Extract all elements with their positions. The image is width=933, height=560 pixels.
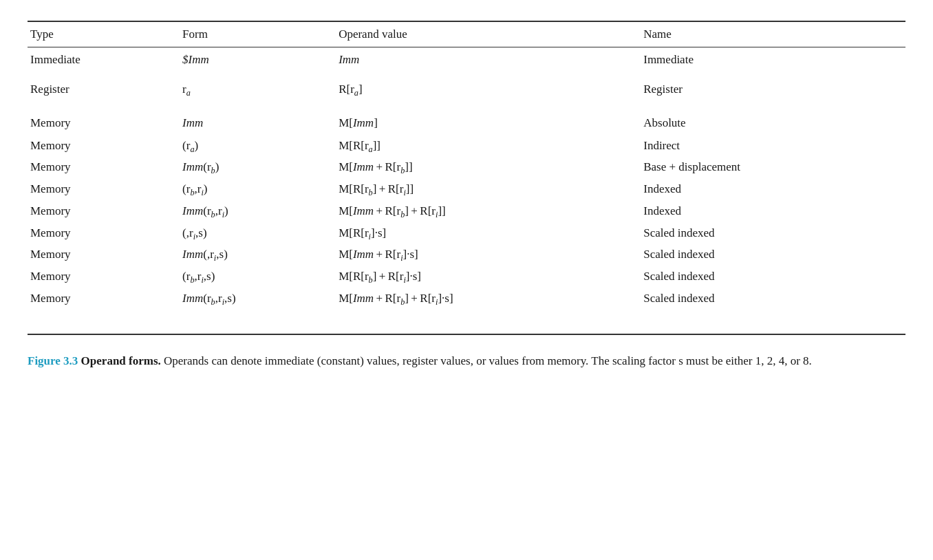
cell-form: Imm(rb,ri,s) <box>182 288 339 314</box>
cell-name: Scaled indexed <box>643 266 905 288</box>
cell-name: Immediate <box>643 47 905 77</box>
cell-form: (rb,ri) <box>182 179 339 201</box>
table-header-row: Type Form Operand value Name <box>28 21 905 47</box>
page-container: Type Form Operand value Name Immediate$I… <box>28 21 905 370</box>
cell-type: Register <box>28 77 182 108</box>
cell-operand: M[R[rb] + R[ri]·s] <box>339 266 643 288</box>
cell-form: Imm(rb) <box>182 157 339 179</box>
cell-name: Absolute <box>643 107 905 136</box>
cell-name: Register <box>643 77 905 108</box>
cell-type: Memory <box>28 157 182 179</box>
cell-form: Imm(,ri,s) <box>182 244 339 266</box>
cell-form: (rb,ri,s) <box>182 266 339 288</box>
cell-name: Indexed <box>643 201 905 223</box>
cell-type: Memory <box>28 223 182 245</box>
cell-operand: M[R[ra]] <box>339 136 643 158</box>
cell-form: Imm <box>182 107 339 136</box>
cell-type: Memory <box>28 288 182 314</box>
cell-name: Base + displacement <box>643 157 905 179</box>
cell-form: Imm(rb,ri) <box>182 201 339 223</box>
cell-type: Memory <box>28 179 182 201</box>
cell-name: Scaled indexed <box>643 223 905 245</box>
cell-name: Indexed <box>643 179 905 201</box>
cell-name: Scaled indexed <box>643 244 905 266</box>
cell-type: Memory <box>28 201 182 223</box>
cell-form: $Imm <box>182 47 339 77</box>
cell-operand: M[Imm + R[rb] + R[ri]] <box>339 201 643 223</box>
cell-operand: Imm <box>339 47 643 77</box>
cell-form: (ra) <box>182 136 339 158</box>
cell-operand: M[R[rb] + R[ri]] <box>339 179 643 201</box>
col-header-operand: Operand value <box>339 21 643 47</box>
cell-form: (,ri,s) <box>182 223 339 245</box>
cell-name: Indirect <box>643 136 905 158</box>
cell-type: Memory <box>28 244 182 266</box>
cell-operand: M[Imm] <box>339 107 643 136</box>
table-row: Memory(rb,ri)M[R[rb] + R[ri]]Indexed <box>28 179 905 201</box>
table-row: Memory(,ri,s)M[R[ri]·s]Scaled indexed <box>28 223 905 245</box>
table-row: Memory(ra)M[R[ra]]Indirect <box>28 136 905 158</box>
operand-forms-table: Type Form Operand value Name Immediate$I… <box>28 21 905 314</box>
caption-bold: Operand forms. <box>81 354 161 367</box>
cell-type: Immediate <box>28 47 182 77</box>
cell-operand: M[Imm + R[ri]·s] <box>339 244 643 266</box>
col-header-name: Name <box>643 21 905 47</box>
cell-type: Memory <box>28 107 182 136</box>
table-row: Immediate$ImmImmImmediate <box>28 47 905 77</box>
cell-operand: R[ra] <box>339 77 643 108</box>
table-row: MemoryImm(rb,ri)M[Imm + R[rb] + R[ri]]In… <box>28 201 905 223</box>
table-row: MemoryImm(rb)M[Imm + R[rb]]Base + displa… <box>28 157 905 179</box>
caption-text: Operands can denote immediate (constant)… <box>161 354 812 367</box>
table-row: Memory(rb,ri,s)M[R[rb] + R[ri]·s]Scaled … <box>28 266 905 288</box>
cell-name: Scaled indexed <box>643 288 905 314</box>
cell-type: Memory <box>28 266 182 288</box>
cell-operand: M[Imm + R[rb]] <box>339 157 643 179</box>
cell-type: Memory <box>28 136 182 158</box>
table-row: MemoryImm(rb,ri,s)M[Imm + R[rb] + R[ri]·… <box>28 288 905 314</box>
figure-caption: Figure 3.3 Operand forms. Operands can d… <box>28 352 905 370</box>
cell-operand: M[R[ri]·s] <box>339 223 643 245</box>
col-header-type: Type <box>28 21 182 47</box>
figure-label: Figure 3.3 <box>28 354 78 367</box>
table-row: MemoryImm(,ri,s)M[Imm + R[ri]·s]Scaled i… <box>28 244 905 266</box>
cell-operand: M[Imm + R[rb] + R[ri]·s] <box>339 288 643 314</box>
col-header-form: Form <box>182 21 339 47</box>
table-row: MemoryImmM[Imm]Absolute <box>28 107 905 136</box>
cell-form: ra <box>182 77 339 108</box>
table-row: RegisterraR[ra]Register <box>28 77 905 108</box>
table-bottom-border <box>28 334 905 335</box>
